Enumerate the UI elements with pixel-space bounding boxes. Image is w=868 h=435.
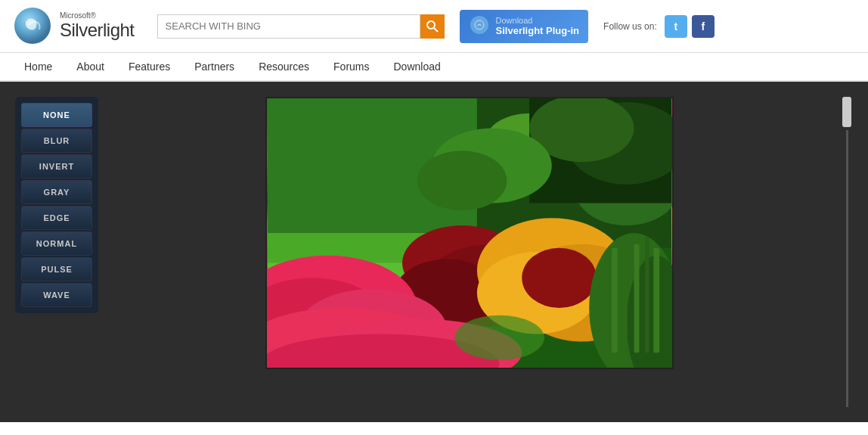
svg-rect-31 [634, 244, 640, 353]
nav-item-resources[interactable]: Resources [246, 54, 321, 79]
download-banner-text: Download Silverlight Plug-in [496, 16, 580, 36]
search-input[interactable] [157, 14, 420, 39]
microsoft-label: Microsoft® [60, 11, 135, 20]
nav-item-about[interactable]: About [64, 54, 116, 79]
effect-btn-blur[interactable]: BLUR [21, 129, 92, 153]
social-area: Follow us on: t f [603, 15, 715, 38]
svg-point-26 [454, 315, 544, 360]
main-content: NONEBLURINVERTGRAYEDGENORMALPULSEWAVE [0, 82, 868, 422]
svg-point-38 [417, 151, 507, 210]
effect-btn-invert[interactable]: INVERT [21, 154, 92, 179]
download-banner-icon [469, 14, 490, 39]
svg-line-2 [434, 28, 438, 32]
header: Microsoft® Silverlight Download Silverli… [0, 0, 868, 53]
nav-item-features[interactable]: Features [116, 54, 182, 79]
nav-item-forums[interactable]: Forums [321, 54, 381, 79]
silverlight-plugin-label: Silverlight Plug-in [496, 25, 580, 36]
effect-btn-none[interactable]: NONE [21, 103, 92, 127]
search-button[interactable] [420, 14, 445, 39]
effect-btn-pulse[interactable]: PULSE [21, 257, 92, 281]
twitter-button[interactable]: t [665, 15, 687, 38]
svg-point-23 [522, 248, 597, 308]
effect-btn-normal[interactable]: NORMAL [21, 231, 92, 256]
nav-item-download[interactable]: Download [382, 54, 453, 79]
search-area [157, 14, 445, 39]
effect-btn-gray[interactable]: GRAY [21, 180, 92, 204]
garden-svg [267, 98, 672, 368]
garden-image [265, 97, 674, 369]
search-icon [426, 20, 439, 33]
silverlight-label: Silverlight [60, 20, 135, 41]
svg-point-1 [427, 21, 435, 29]
follow-label: Follow us on: [603, 21, 657, 32]
svg-rect-30 [623, 241, 628, 353]
scrollbar-track [846, 130, 848, 407]
scrollbar-thumb[interactable] [842, 97, 851, 127]
download-silverlight-banner[interactable]: Download Silverlight Plug-in [460, 10, 589, 43]
logo-area: Microsoft® Silverlight [12, 5, 135, 47]
download-label: Download [496, 16, 580, 25]
svg-rect-29 [612, 248, 618, 353]
silverlight-logo-icon [12, 5, 54, 47]
scrollbar-area [841, 97, 853, 407]
image-container [113, 97, 826, 407]
main-nav: HomeAboutFeaturesPartnersResourcesForums… [0, 53, 868, 82]
effect-btn-edge[interactable]: EDGE [21, 206, 92, 230]
nav-item-partners[interactable]: Partners [182, 54, 246, 79]
svg-rect-32 [645, 237, 649, 353]
nav-item-home[interactable]: Home [12, 54, 64, 79]
logo-text: Microsoft® Silverlight [60, 11, 135, 41]
facebook-button[interactable]: f [692, 15, 715, 38]
effect-btn-wave[interactable]: WAVE [21, 283, 92, 307]
svg-rect-33 [653, 248, 659, 353]
effects-panel: NONEBLURINVERTGRAYEDGENORMALPULSEWAVE [15, 97, 98, 313]
